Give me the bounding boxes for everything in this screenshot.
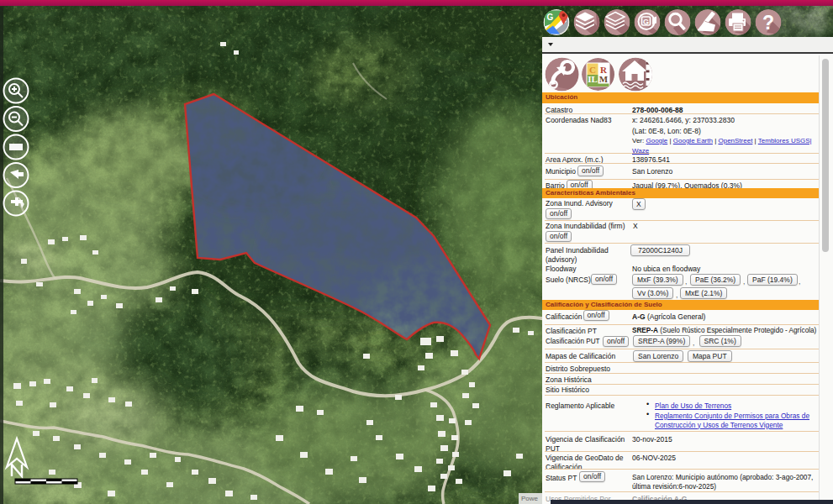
svg-text:C: C	[589, 65, 596, 75]
svg-text:G: G	[643, 18, 649, 26]
svg-text:M: M	[599, 74, 609, 84]
svg-text:G: G	[547, 13, 554, 22]
svg-text:R: R	[600, 65, 608, 75]
svg-text:?: ?	[762, 12, 774, 34]
svg-text:IL: IL	[588, 74, 598, 84]
svg-text:Powe: Powe	[521, 495, 539, 502]
